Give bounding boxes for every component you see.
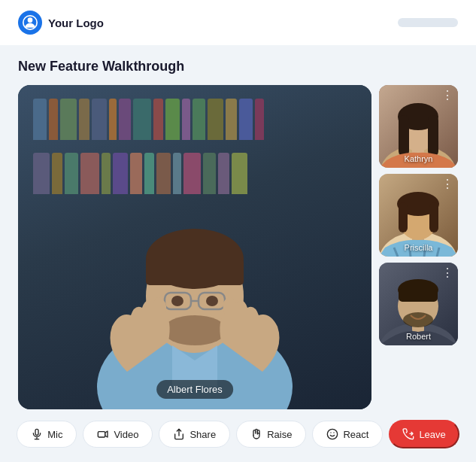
react-label: React [343, 429, 368, 440]
video-label: Video [114, 429, 138, 440]
logo-text: Your Logo [48, 17, 104, 29]
react-button[interactable]: React [312, 421, 383, 448]
mic-icon [31, 428, 43, 440]
leave-label: Leave [419, 429, 445, 440]
controls-bar: Mic Video Share [18, 409, 458, 462]
main-content: New Feature Walkthrough [0, 45, 476, 462]
kathryn-more-btn[interactable]: ⋮ [441, 90, 453, 102]
share-button[interactable]: Share [159, 421, 230, 448]
logo-area: Your Logo [18, 11, 104, 35]
shelf-top [18, 99, 371, 140]
main-video-bg [18, 85, 371, 409]
mic-button[interactable]: Mic [17, 421, 77, 448]
side-participants: ⋮ Kathryn [379, 85, 458, 409]
header: Your Logo [0, 0, 476, 45]
main-video: Albert Flores [18, 85, 371, 409]
svg-rect-38 [99, 432, 105, 437]
video-container: Albert Flores [18, 85, 458, 409]
logo-icon [18, 11, 42, 35]
svg-rect-26 [399, 202, 408, 233]
header-pill [398, 18, 458, 27]
participant-card-kathryn: ⋮ Kathryn [379, 85, 458, 168]
svg-rect-27 [429, 202, 438, 233]
leave-button[interactable]: Leave [389, 420, 459, 448]
share-label: Share [189, 429, 216, 440]
raise-icon [250, 428, 262, 440]
robert-more-btn[interactable]: ⋮ [441, 267, 453, 279]
participant-card-robert: ⋮ Robert [379, 263, 458, 345]
raise-label: Raise [267, 429, 292, 440]
session-title: New Feature Walkthrough [18, 59, 458, 74]
raise-button[interactable]: Raise [236, 421, 306, 448]
priscilla-label: Priscilla [405, 243, 433, 252]
svg-rect-35 [35, 429, 38, 435]
video-icon [97, 428, 109, 440]
svg-rect-33 [399, 288, 438, 302]
svg-rect-19 [399, 115, 409, 157]
svg-point-40 [328, 429, 338, 439]
kathryn-label: Kathryn [405, 154, 433, 163]
participant-card-priscilla: ⋮ Priscilla [379, 174, 458, 257]
svg-point-11 [206, 296, 218, 306]
video-button[interactable]: Video [83, 421, 153, 448]
leave-icon [402, 428, 414, 440]
share-icon [173, 428, 185, 440]
svg-point-0 [28, 17, 33, 23]
presenter-name-label: Albert Flores [156, 380, 233, 399]
svg-point-10 [171, 296, 183, 306]
svg-rect-20 [428, 115, 438, 157]
priscilla-more-btn[interactable]: ⋮ [441, 178, 453, 190]
react-icon [326, 428, 338, 440]
bookshelf-decoration [18, 85, 371, 409]
mic-label: Mic [47, 429, 62, 440]
presenter-silhouette [67, 153, 323, 409]
robert-label: Robert [406, 332, 431, 341]
svg-point-12 [163, 315, 226, 345]
svg-rect-6 [146, 259, 244, 285]
